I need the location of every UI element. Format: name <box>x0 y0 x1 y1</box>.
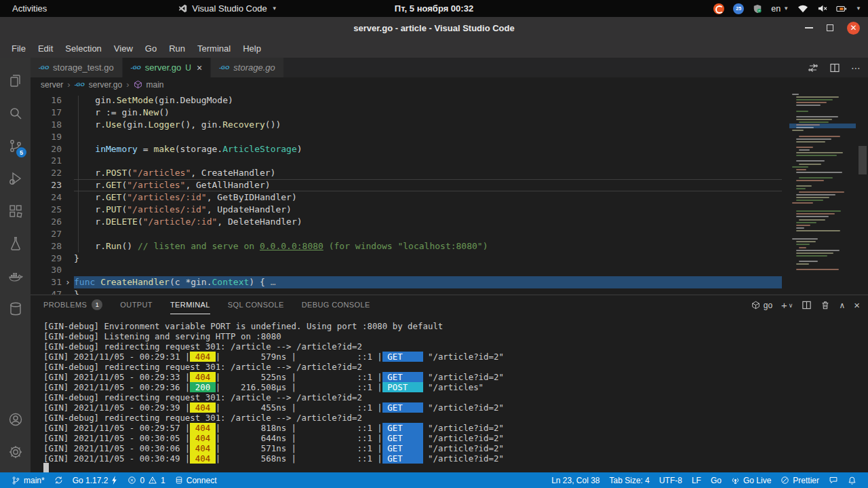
tab-storage.go[interactable]: -GOstorage.go <box>211 58 284 77</box>
code-line-31[interactable]: 31›func CreateHandler(c *gin.Context) { … <box>31 276 868 288</box>
minimap[interactable] <box>789 94 856 295</box>
account-icon[interactable] <box>0 403 31 436</box>
menu-view[interactable]: View <box>108 43 139 54</box>
panel-tab-debug-console[interactable]: DEBUG CONSOLE <box>302 295 370 314</box>
code-line-19[interactable]: 19 <box>31 131 868 143</box>
restore-button[interactable] <box>827 24 833 31</box>
code-line-30[interactable]: 30 <box>31 264 868 276</box>
input-source-indicator[interactable]: en▼ <box>771 4 789 14</box>
eol-indicator[interactable]: LF <box>687 472 706 488</box>
cursor-position[interactable]: Ln 23, Col 38 <box>547 472 604 488</box>
code-line-20[interactable]: 20 inMemory = make(storage.ArticleStorag… <box>31 143 868 155</box>
breadcrumb[interactable]: server › -GO server.go › main <box>31 77 868 92</box>
menu-selection[interactable]: Selection <box>59 43 107 54</box>
tab-bar: -GOstorage_test.go-GOserver.goU×-GOstora… <box>31 58 868 77</box>
app-menu[interactable]: Visual Studio Code ▼ <box>178 3 277 14</box>
tray-badge-icon[interactable]: 25 <box>733 3 744 14</box>
testing-icon[interactable] <box>0 227 31 260</box>
run-debug-icon[interactable] <box>0 162 31 195</box>
go-version-indicator[interactable]: Go 1.17.2 <box>68 472 123 488</box>
notifications-button[interactable] <box>843 472 861 488</box>
activity-bar: 5 <box>0 58 31 472</box>
prettier-indicator[interactable]: Prettier <box>776 472 824 488</box>
code-line-26[interactable]: 26 r.DELETE("/article/:id", DeleteHandle… <box>31 216 868 228</box>
minimize-button[interactable] <box>805 27 813 29</box>
line-number: 28 <box>31 240 62 252</box>
breadcrumb-symbol[interactable]: main <box>146 80 164 90</box>
database-icon[interactable] <box>0 293 31 325</box>
symbol-package-icon <box>134 80 142 89</box>
settings-gear-icon[interactable] <box>0 436 31 468</box>
breadcrumb-folder[interactable]: server <box>41 80 63 90</box>
code-line-47[interactable]: 47} <box>31 288 868 295</box>
close-panel-icon[interactable]: × <box>854 299 860 311</box>
menu-terminal[interactable]: Terminal <box>191 43 237 54</box>
menu-edit[interactable]: Edit <box>32 43 59 54</box>
code-line-22[interactable]: 22 r.POST("/articles", CreateHandler) <box>31 167 868 179</box>
extensions-icon[interactable] <box>0 195 31 227</box>
code-line-28[interactable]: 28 r.Run() // listen and serve on 0.0.0.… <box>31 240 868 252</box>
kill-terminal-icon[interactable] <box>821 300 830 310</box>
branch-indicator[interactable]: main* <box>7 472 50 488</box>
panel-tab-output[interactable]: OUTPUT <box>120 295 153 314</box>
close-tab-icon[interactable]: × <box>197 62 202 73</box>
code-line-21[interactable]: 21 <box>31 155 868 167</box>
sync-button[interactable] <box>50 472 68 488</box>
code-line-17[interactable]: 17 r := gin.New() <box>31 107 868 119</box>
explorer-icon[interactable] <box>0 64 31 97</box>
fold-chevron-icon[interactable]: › <box>62 276 74 288</box>
code-line-16[interactable]: 16 gin.SetMode(gin.DebugMode) <box>31 94 868 107</box>
code-line-29[interactable]: 29} <box>31 252 868 265</box>
code-line-23[interactable]: 23 r.GET("/articles", GetAllHandler) <box>31 179 868 191</box>
language-mode[interactable]: Go <box>706 472 726 488</box>
encoding-indicator[interactable]: UTF-8 <box>654 472 687 488</box>
code-line-27[interactable]: 27 <box>31 228 868 240</box>
docker-icon[interactable] <box>0 260 31 293</box>
code-line-24[interactable]: 24 r.GET("/articles/:id", GetByIDHandler… <box>31 191 868 204</box>
more-actions-icon[interactable]: ⋯ <box>851 62 861 73</box>
shield-icon[interactable] <box>753 4 762 14</box>
menu-help[interactable]: Help <box>237 43 267 54</box>
terminal-line: [GIN] 2021/11/05 - 00:30:05 | 404 | 644n… <box>43 433 868 443</box>
window-title: server.go - article - Visual Studio Code <box>0 17 868 39</box>
menu-go[interactable]: Go <box>139 43 163 54</box>
gnome-clock[interactable]: Пт, 5 ноября 00:32 <box>395 3 473 14</box>
source-control-icon[interactable]: 5 <box>0 130 31 162</box>
system-tray[interactable]: 25 en▼ ▼ <box>713 0 861 17</box>
window-titlebar[interactable]: server.go - article - Visual Studio Code… <box>0 17 868 39</box>
go-file-icon: -GO <box>39 64 49 71</box>
code-line-18[interactable]: 18 r.Use(gin.Logger(), gin.Recovery()) <box>31 119 868 131</box>
panel-tab-terminal[interactable]: TERMINAL <box>170 295 210 314</box>
tab-storage_test.go[interactable]: -GOstorage_test.go <box>31 58 123 77</box>
tab-server.go[interactable]: -GOserver.goU× <box>123 58 211 77</box>
terminal-output[interactable]: [GIN-debug] Environment variable PORT is… <box>31 314 868 472</box>
chevron-down-icon[interactable]: ▼ <box>856 5 861 12</box>
code-editor[interactable]: 16 gin.SetMode(gin.DebugMode)17 r := gin… <box>31 92 868 295</box>
menu-run[interactable]: Run <box>163 43 191 54</box>
search-icon[interactable] <box>0 97 31 130</box>
split-terminal-icon[interactable] <box>802 300 812 310</box>
editor-scrollbar[interactable] <box>859 146 867 174</box>
terminal-shell-selector[interactable]: go <box>751 301 772 310</box>
battery-icon <box>836 5 847 13</box>
line-number: 27 <box>31 228 62 240</box>
maximize-panel-icon[interactable]: ∧ <box>839 301 845 310</box>
problems-indicator[interactable]: 0 1 <box>123 472 170 488</box>
split-editor-icon[interactable] <box>829 62 840 73</box>
open-changes-icon[interactable] <box>808 62 818 73</box>
code-line-25[interactable]: 25 r.PUT("/articles/:id", UpdateHandler) <box>31 204 868 216</box>
menu-file[interactable]: File <box>5 43 32 54</box>
panel-tab-problems[interactable]: PROBLEMS1 <box>43 295 102 314</box>
close-button[interactable]: ✕ <box>847 22 860 35</box>
tray-app-orange-icon[interactable] <box>713 3 724 14</box>
chevron-right-icon: › <box>126 79 129 90</box>
breadcrumb-file[interactable]: server.go <box>89 80 122 90</box>
new-terminal-button[interactable]: +∨ <box>781 299 793 311</box>
app-menu-label: Visual Studio Code <box>192 3 267 14</box>
panel-tab-sql-console[interactable]: SQL CONSOLE <box>228 295 284 314</box>
tab-size-indicator[interactable]: Tab Size: 4 <box>605 472 654 488</box>
activities-button[interactable]: Activities <box>9 3 50 14</box>
go-live-button[interactable]: Go Live <box>726 472 776 488</box>
feedback-button[interactable] <box>824 472 843 488</box>
db-connect-button[interactable]: Connect <box>170 472 222 488</box>
